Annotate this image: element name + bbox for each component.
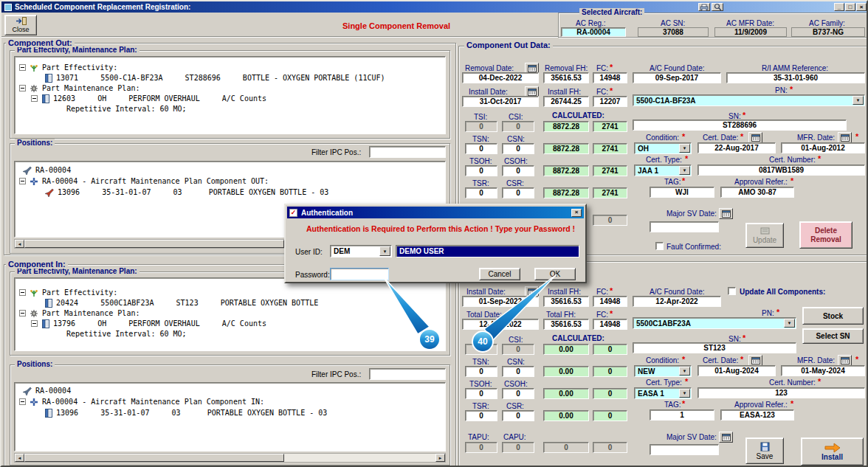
authentication-dialog-titlebar[interactable]: ✓ Authentication × bbox=[287, 207, 584, 218]
tsn-field[interactable]: 0 bbox=[465, 143, 497, 154]
tag-field[interactable]: 1 bbox=[650, 409, 714, 421]
mfr-date-field[interactable]: 01-Aug-2012 bbox=[781, 142, 865, 153]
major-sv-date-field[interactable] bbox=[650, 444, 719, 455]
csoh-field[interactable]: 0 bbox=[502, 165, 534, 176]
collapse-icon[interactable] bbox=[19, 85, 26, 91]
tsoh-field[interactable]: 0 bbox=[465, 165, 497, 176]
total-fc-field[interactable]: 14948 bbox=[593, 319, 627, 330]
in-plan-tree[interactable]: Part Effectivity: 20424 5500C1ABF23A ST1… bbox=[14, 277, 446, 351]
install-fc-field[interactable]: 12207 bbox=[593, 96, 627, 107]
chevron-down-icon[interactable]: ▼ bbox=[784, 319, 795, 328]
cert-number-field[interactable]: 123 bbox=[698, 387, 865, 398]
ri-amm-reference-field[interactable]: 35-31-01-960 bbox=[726, 72, 865, 83]
tree-node-aircraft[interactable]: RA-00004 bbox=[22, 165, 71, 175]
install-date-field[interactable]: 31-Oct-2017 bbox=[462, 96, 539, 107]
csn-field[interactable]: 0 bbox=[502, 366, 534, 377]
tsr-field[interactable]: 0 bbox=[465, 410, 497, 421]
approval-refer-field[interactable]: AMO 30-87 bbox=[720, 187, 794, 198]
close-form-button[interactable]: Close bbox=[4, 15, 37, 35]
tree-node-part-effectivity[interactable]: Part Effectivity: bbox=[19, 288, 117, 297]
collapse-icon[interactable] bbox=[19, 398, 26, 405]
ok-button[interactable]: OK bbox=[534, 268, 576, 280]
condition-select[interactable]: NEW ▼ bbox=[634, 365, 692, 377]
collapse-icon[interactable] bbox=[19, 310, 26, 316]
approval-refer-field[interactable]: EASA-123 bbox=[720, 409, 794, 421]
collapse-icon[interactable] bbox=[19, 178, 26, 184]
delete-removal-button[interactable]: Delete Removal bbox=[799, 221, 852, 249]
pn-select[interactable]: 5500-C1A-BF23A ▼ bbox=[633, 94, 865, 106]
cert-date-field[interactable]: 22-Aug-2017 bbox=[698, 142, 776, 153]
csn-field[interactable]: 0 bbox=[502, 143, 534, 154]
removal-fh-field[interactable]: 35616.53 bbox=[543, 72, 589, 83]
removal-date-field[interactable]: 04-Dec-2022 bbox=[462, 72, 539, 83]
ac-reg-field[interactable]: RA-00004 bbox=[561, 27, 626, 37]
tree-item-repetitive-interval[interactable]: Repetitive Interval: 60 MO; bbox=[66, 329, 187, 339]
in-filter-ipc-input[interactable] bbox=[369, 368, 446, 380]
calendar-icon-button[interactable] bbox=[719, 432, 733, 443]
ac-found-date-field[interactable]: 09-Sep-2017 bbox=[633, 72, 721, 83]
in-positions-scrollbar[interactable]: ◄ ► bbox=[14, 453, 446, 463]
preview-icon-button[interactable] bbox=[712, 3, 723, 11]
close-window-button[interactable]: × bbox=[856, 3, 867, 11]
csr-field[interactable]: 0 bbox=[502, 410, 534, 421]
ac-found-date-field[interactable]: 12-Apr-2022 bbox=[633, 296, 721, 307]
chevron-down-icon[interactable]: ▼ bbox=[679, 166, 690, 175]
scrollbar-thumb[interactable] bbox=[24, 240, 284, 248]
cert-type-select[interactable]: JAA 1 ▼ bbox=[634, 165, 692, 176]
collapse-icon[interactable] bbox=[19, 289, 26, 296]
chevron-down-icon[interactable]: ▼ bbox=[379, 246, 390, 256]
calendar-icon-button[interactable] bbox=[748, 132, 762, 143]
tree-node-aircraft[interactable]: RA-00004 bbox=[22, 386, 71, 395]
csoh-field[interactable]: 0 bbox=[502, 388, 534, 399]
tsoh-field[interactable]: 0 bbox=[465, 388, 497, 399]
condition-select[interactable]: OH ▼ bbox=[634, 142, 692, 154]
pn-select[interactable]: 5500C1ABF23A ▼ bbox=[633, 317, 796, 329]
password-input[interactable] bbox=[330, 268, 389, 280]
install-fh-field[interactable]: 26744.25 bbox=[543, 96, 589, 107]
tree-item-effectivity-part[interactable]: 13071 5500-C1A-BF23A ST288696 BOTTLE - O… bbox=[44, 73, 385, 83]
tree-item-repetitive-interval[interactable]: Repetitive Interval: 60 MO; bbox=[66, 104, 187, 114]
collapse-icon[interactable] bbox=[31, 320, 38, 327]
chevron-down-icon[interactable]: ▼ bbox=[852, 96, 864, 105]
tree-node-plan-component-in[interactable]: RA-00004 - Aircraft Maintenance Plan Com… bbox=[19, 397, 264, 407]
fault-confirmed-checkbox[interactable] bbox=[655, 242, 664, 250]
cert-type-select[interactable]: EASA 1 ▼ bbox=[634, 387, 692, 399]
tree-item-effectivity-part[interactable]: 20424 5500C1ABF23A ST123 PORTABLE OXYGEN… bbox=[44, 298, 318, 308]
install-date-field[interactable]: 01-Sep-2022 bbox=[462, 296, 539, 307]
chevron-down-icon[interactable]: ▼ bbox=[679, 144, 690, 153]
scrollbar-thumb[interactable] bbox=[24, 454, 284, 462]
select-sn-button[interactable]: Select SN bbox=[802, 328, 864, 344]
tree-item-maintenance-task[interactable]: 13796 OH PERFORM OVERHAUL A/C Counts bbox=[31, 319, 266, 328]
out-filter-ipc-input[interactable] bbox=[369, 146, 446, 158]
calendar-icon-button[interactable] bbox=[838, 355, 852, 366]
collapse-icon[interactable] bbox=[19, 64, 26, 71]
minimize-button[interactable]: _ bbox=[834, 3, 844, 11]
tree-node-plan-component-out[interactable]: RA-00004 - Aircraft Maintenance Plan Com… bbox=[19, 176, 269, 186]
tree-item-maintenance-task[interactable]: 12603 OH PERFORM OVERHAUL A/C Counts bbox=[31, 94, 266, 103]
calendar-icon-button[interactable] bbox=[719, 208, 733, 219]
removal-fc-field[interactable]: 14948 bbox=[593, 72, 627, 83]
sn-field[interactable]: ST123 bbox=[633, 342, 796, 353]
save-button[interactable]: Save bbox=[745, 437, 784, 464]
mfr-date-field[interactable]: 01-May-2024 bbox=[781, 365, 865, 376]
install-fc-field[interactable]: 14948 bbox=[593, 296, 627, 307]
out-plan-tree[interactable]: Part Effectivity: 13071 5500-C1A-BF23A S… bbox=[14, 56, 446, 134]
tree-node-maintenance-plan[interactable]: Part Maintenance Plan: bbox=[19, 83, 140, 93]
total-fh-field[interactable]: 35616.53 bbox=[543, 319, 589, 330]
calendar-icon-button[interactable] bbox=[748, 355, 762, 366]
tree-node-maintenance-plan[interactable]: Part Maintenance Plan: bbox=[19, 308, 140, 318]
chevron-down-icon[interactable]: ▼ bbox=[679, 389, 690, 398]
update-button[interactable]: Update bbox=[745, 223, 784, 248]
scroll-right-icon[interactable]: ► bbox=[435, 454, 445, 462]
cert-date-field[interactable]: 01-Aug-2024 bbox=[698, 365, 776, 376]
chevron-down-icon[interactable]: ▼ bbox=[679, 367, 690, 376]
tree-item-position-out[interactable]: 13096 35-31-01-07 03 PORTABLE OXYGEN BOT… bbox=[44, 187, 328, 197]
tree-item-position-in[interactable]: 13096 35-31-01-07 03 PORTABLE OXYGEN BOT… bbox=[44, 408, 327, 418]
tsn-field[interactable]: 0 bbox=[465, 366, 497, 377]
cancel-button[interactable]: Cancel bbox=[479, 268, 520, 280]
stock-button[interactable]: Stock bbox=[802, 307, 864, 325]
collapse-icon[interactable] bbox=[31, 95, 38, 102]
tree-node-part-effectivity[interactable]: Part Effectivity: bbox=[19, 63, 117, 72]
major-sv-date-field[interactable] bbox=[650, 221, 719, 232]
install-fh-field[interactable]: 35616.53 bbox=[543, 296, 589, 307]
